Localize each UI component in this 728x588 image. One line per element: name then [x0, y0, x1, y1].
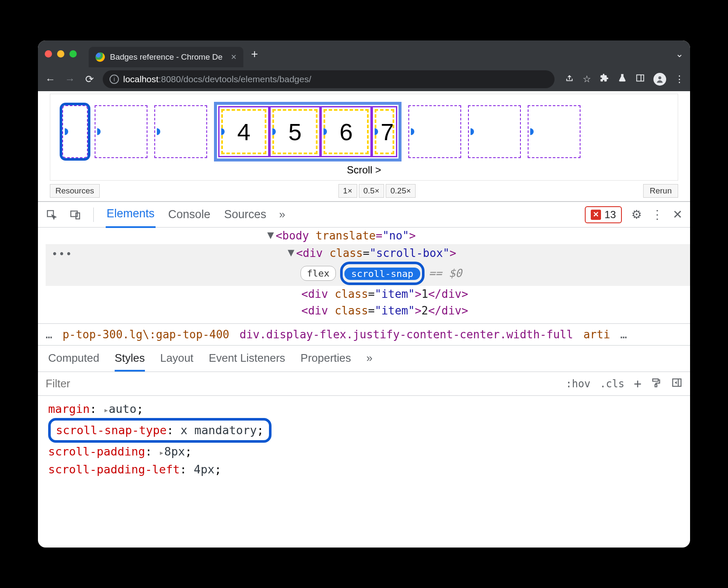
- flex-badge[interactable]: flex: [300, 266, 336, 281]
- tab-title: Badges reference - Chrome De: [110, 52, 222, 62]
- snap-point-icon: [467, 128, 474, 135]
- tab-elements[interactable]: Elements: [106, 201, 156, 228]
- css-prop[interactable]: scroll-padding-left: [48, 463, 180, 476]
- paint-icon[interactable]: [651, 377, 662, 391]
- expand-arrow-icon[interactable]: ▸: [159, 447, 164, 458]
- reload-button[interactable]: ⟳: [83, 73, 96, 86]
- error-count-badge[interactable]: ✕ 13: [585, 206, 622, 223]
- page-content: 4 5 6 7 Scroll > Resources 1× 0.5× 0.25×…: [38, 94, 690, 202]
- tabs-overflow-icon[interactable]: ⌄: [676, 49, 683, 60]
- chrome-favicon-icon: [95, 52, 105, 62]
- menu-kebab-icon[interactable]: ⋮: [675, 74, 684, 85]
- scroll-item[interactable]: [468, 105, 521, 158]
- profile-avatar[interactable]: [653, 73, 666, 86]
- new-tab-button[interactable]: +: [251, 47, 258, 61]
- scroll-label: Scroll >: [62, 164, 666, 176]
- subtab-computed[interactable]: Computed: [48, 352, 99, 372]
- zoom-025x[interactable]: 0.25×: [386, 184, 416, 198]
- tab-close-icon[interactable]: ×: [231, 52, 237, 63]
- css-prop[interactable]: scroll-snap-type: [56, 424, 167, 437]
- scroll-item[interactable]: 6: [321, 106, 372, 157]
- settings-gear-icon[interactable]: ⚙: [631, 208, 642, 222]
- inspect-icon[interactable]: [46, 209, 58, 221]
- site-info-icon[interactable]: i: [110, 75, 119, 84]
- snap-point-icon: [269, 128, 276, 135]
- device-mode-icon[interactable]: [69, 209, 81, 221]
- subtab-properties[interactable]: Properties: [300, 352, 351, 372]
- labs-icon[interactable]: [618, 73, 627, 85]
- rerun-button[interactable]: Rerun: [643, 184, 678, 198]
- devtools-close-icon[interactable]: ✕: [673, 208, 682, 222]
- breadcrumb-item[interactable]: arti: [584, 328, 610, 341]
- url-bar[interactable]: i localhost:8080/docs/devtools/elements/…: [103, 70, 555, 88]
- bookmark-icon[interactable]: ☆: [583, 74, 591, 85]
- scroll-item[interactable]: [95, 105, 147, 158]
- css-highlight: scroll-snap-type: x mandatory;: [48, 418, 272, 443]
- resources-button[interactable]: Resources: [50, 184, 100, 198]
- error-count: 13: [604, 209, 616, 221]
- subtab-layout[interactable]: Layout: [160, 352, 194, 372]
- snap-point-icon: [153, 128, 160, 135]
- devtools-menu-icon[interactable]: ⋮: [651, 208, 663, 222]
- cls-toggle[interactable]: .cls: [600, 378, 624, 390]
- css-value[interactable]: x mandatory: [181, 424, 257, 437]
- dom-tree[interactable]: ▼<body translate="no"> ••• ▼<div class="…: [38, 228, 690, 323]
- close-window-button[interactable]: [45, 50, 52, 58]
- css-value[interactable]: auto: [109, 402, 136, 415]
- traffic-lights: [45, 50, 77, 58]
- scroll-item[interactable]: 4: [218, 106, 269, 157]
- zoom-1x[interactable]: 1×: [338, 184, 357, 198]
- divider: [93, 208, 94, 222]
- minimize-window-button[interactable]: [57, 50, 64, 58]
- css-prop[interactable]: scroll-padding: [48, 445, 145, 458]
- sidepanel-icon[interactable]: [636, 73, 645, 85]
- more-tabs-icon[interactable]: »: [279, 208, 285, 221]
- styles-filter-input[interactable]: [46, 377, 557, 390]
- tab-console[interactable]: Console: [168, 202, 211, 227]
- svg-rect-6: [655, 384, 657, 386]
- css-prop[interactable]: margin: [48, 402, 90, 415]
- scroll-item[interactable]: [528, 105, 581, 158]
- scroll-item[interactable]: 5: [269, 106, 321, 157]
- back-button[interactable]: ←: [44, 73, 57, 86]
- css-rules[interactable]: margin: ▸auto; scroll-snap-type: x manda…: [38, 396, 690, 482]
- hov-toggle[interactable]: :hov: [566, 378, 590, 390]
- svg-point-2: [659, 76, 662, 79]
- scroll-snap-badge-highlight: scroll-snap: [340, 262, 425, 285]
- overflow-dots-icon[interactable]: •••: [52, 247, 72, 262]
- breadcrumb-item[interactable]: div.display-flex.justify-content-center.…: [240, 328, 573, 341]
- subtab-styles[interactable]: Styles: [115, 352, 145, 372]
- url-path: /docs/devtools/elements/badges/: [181, 74, 311, 84]
- breadcrumb-overflow-left[interactable]: …: [46, 328, 52, 341]
- zoom-05x[interactable]: 0.5×: [359, 184, 384, 198]
- maximize-window-button[interactable]: [69, 50, 77, 58]
- share-icon[interactable]: [565, 73, 574, 85]
- breadcrumb-overflow-right[interactable]: …: [620, 328, 627, 341]
- snap-point-icon: [218, 128, 225, 135]
- tab-sources[interactable]: Sources: [223, 202, 267, 227]
- forward-button[interactable]: →: [64, 73, 76, 86]
- scroll-item[interactable]: [408, 105, 461, 158]
- scroll-snap-badge[interactable]: scroll-snap: [344, 268, 420, 280]
- scroll-item-highlighted[interactable]: [62, 105, 88, 158]
- dom-row-selected[interactable]: ••• ▼<div class="scroll-box"> flex scrol…: [46, 244, 690, 286]
- css-value[interactable]: 8px: [164, 445, 185, 458]
- subtab-event-listeners[interactable]: Event Listeners: [209, 352, 285, 372]
- breadcrumb-item[interactable]: p-top-300.lg\:gap-top-400: [63, 328, 229, 341]
- expand-triangle-icon[interactable]: ▼: [267, 227, 274, 243]
- scroll-item[interactable]: 7: [372, 106, 397, 157]
- svg-rect-0: [637, 75, 644, 81]
- browser-tab[interactable]: Badges reference - Chrome De ×: [89, 47, 243, 67]
- expand-triangle-icon[interactable]: ▼: [288, 244, 295, 261]
- new-rule-icon[interactable]: +: [634, 376, 641, 391]
- scroll-item[interactable]: [154, 105, 207, 158]
- scroll-snap-demo: 4 5 6 7 Scroll >: [50, 94, 678, 181]
- toggle-pane-icon[interactable]: [671, 377, 682, 391]
- dom-breadcrumb[interactable]: … p-top-300.lg\:gap-top-400 div.display-…: [38, 323, 690, 346]
- expand-arrow-icon[interactable]: ▸: [104, 405, 109, 415]
- css-value[interactable]: 4px: [194, 463, 214, 476]
- browser-toolbar: ← → ⟳ i localhost:8080/docs/devtools/ele…: [38, 67, 690, 91]
- more-subtabs-icon[interactable]: »: [367, 352, 373, 372]
- snap-point-icon: [94, 128, 101, 135]
- extensions-icon[interactable]: [600, 73, 609, 85]
